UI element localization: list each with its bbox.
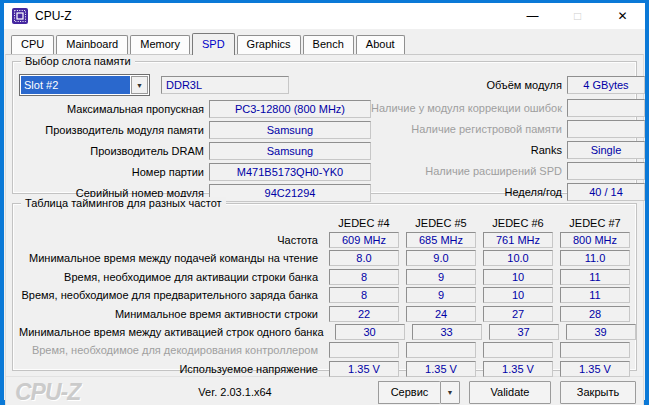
timing-value: 11 xyxy=(560,269,630,285)
minimize-icon[interactable]: — xyxy=(510,3,555,29)
tab-bench[interactable]: Bench xyxy=(303,35,354,54)
spd-tab-page: Выбор слота памяти Slot #2 ▼ DDR3L Макси… xyxy=(5,54,644,405)
timing-row-rc: Минимальное время между активацией строк… xyxy=(19,324,630,340)
field-row: Максимальная пропускная PC3-12800 (800 M… xyxy=(19,100,371,118)
spd-ext-value xyxy=(567,162,645,180)
field-row: Наличие регистровой памяти xyxy=(371,120,645,138)
week-year-value: 40 / 14 xyxy=(567,183,645,201)
timing-value: 800 MHz xyxy=(560,232,630,248)
module-size-value: 4 GBytes xyxy=(567,76,645,94)
close-button[interactable]: Закрыть xyxy=(560,381,636,404)
field-label: Ranks xyxy=(371,144,567,156)
timing-row-rp: Время, необходимое для предварительного … xyxy=(19,287,630,303)
field-row: Производитель DRAM Samsung xyxy=(19,142,371,160)
timing-row-cas: Минимальное время между подачей команды … xyxy=(19,250,630,266)
tab-memory[interactable]: Memory xyxy=(130,35,190,54)
field-row: Наличие расширений SPD xyxy=(371,162,645,180)
cpuz-app-icon xyxy=(12,8,28,24)
field-row: Объём модуля 4 GBytes xyxy=(371,74,645,96)
service-dropdown-arrow-icon[interactable]: ▼ xyxy=(440,381,460,404)
timing-value: 22 xyxy=(329,306,399,322)
field-label: Номер партии xyxy=(19,166,209,178)
field-label: Производитель модуля памяти xyxy=(19,124,209,136)
timing-value xyxy=(560,342,630,358)
timing-label: Время, необходимое для предварительного … xyxy=(19,289,322,301)
timing-value: 1.35 V xyxy=(560,361,630,377)
field-label: Неделя/год xyxy=(371,186,567,198)
timing-value: 8 xyxy=(329,287,399,303)
timing-row-voltage: Используемое напряжение 1.35 V 1.35 V 1.… xyxy=(19,361,630,377)
timing-value: 609 MHz xyxy=(329,232,399,248)
field-label: Производитель DRAM xyxy=(19,145,209,157)
timing-row-cr: Время, необходимое для декодирования кон… xyxy=(19,342,630,358)
timing-value: 1.35 V xyxy=(406,361,476,377)
ecc-value xyxy=(567,99,645,117)
timing-value: 33 xyxy=(412,324,482,340)
maximize-icon: □ xyxy=(555,3,600,29)
chevron-down-icon[interactable]: ▼ xyxy=(131,76,148,94)
timing-value: 27 xyxy=(483,306,553,322)
tab-mainboard[interactable]: Mainboard xyxy=(56,35,128,54)
timing-value: 28 xyxy=(560,306,630,322)
timing-label: Минимальное время активности строки xyxy=(19,308,322,320)
timing-label: Используемое напряжение xyxy=(19,363,322,375)
memory-slot-groupbox: Выбор слота памяти Slot #2 ▼ DDR3L Макси… xyxy=(12,61,637,194)
timing-value: 1.35 V xyxy=(329,361,399,377)
field-row: Неделя/год 40 / 14 xyxy=(371,183,645,201)
timing-value xyxy=(483,342,553,358)
field-label: Наличие расширений SPD xyxy=(371,165,567,177)
jedec-column-header: JEDEC #5 xyxy=(406,217,476,229)
close-icon[interactable]: ✕ xyxy=(600,3,645,29)
timing-row-frequency: Частота 609 MHz 685 MHz 761 MHz 800 MHz xyxy=(19,232,630,248)
timing-label: Частота xyxy=(19,234,322,246)
cpuz-window: CPU-Z — □ ✕ CPU Mainboard Memory SPD Gra… xyxy=(4,3,645,400)
timing-label: Время, необходимое для декодирования кон… xyxy=(19,344,322,356)
cpuz-logo: CPU-Z xyxy=(15,379,80,405)
tab-cpu[interactable]: CPU xyxy=(11,35,54,54)
tab-about[interactable]: About xyxy=(356,35,405,54)
serial-number-value: 94C21294 xyxy=(209,184,371,202)
timings-header-row: JEDEC #4 JEDEC #5 JEDEC #6 JEDEC #7 xyxy=(19,216,630,230)
field-label: Максимальная пропускная xyxy=(19,103,209,115)
module-type-value: DDR3L xyxy=(161,76,289,94)
version-text: Ver. 2.03.1.x64 xyxy=(198,386,271,398)
max-bandwidth-value: PC3-12800 (800 MHz) xyxy=(209,100,371,118)
timing-label: Время, необходимое для активации строки … xyxy=(19,271,322,283)
timing-row-rcd: Время, необходимое для активации строки … xyxy=(19,269,630,285)
timing-value: 24 xyxy=(406,306,476,322)
timing-value: 8.0 xyxy=(329,250,399,266)
timing-value: 10.0 xyxy=(483,250,553,266)
field-row: Наличие у модуля коррекции ошибок xyxy=(371,99,645,117)
timing-value: 9 xyxy=(406,287,476,303)
timing-value: 39 xyxy=(566,324,636,340)
field-row: Номер партии M471B5173QH0-YK0 xyxy=(19,163,371,181)
tab-bar: CPU Mainboard Memory SPD Graphics Bench … xyxy=(4,29,645,54)
timing-value: 9 xyxy=(406,269,476,285)
timing-value: 8 xyxy=(329,269,399,285)
field-row: Производитель модуля памяти Samsung xyxy=(19,121,371,139)
timing-value: 11 xyxy=(560,287,630,303)
ranks-value: Single xyxy=(567,141,645,159)
timing-value: 685 MHz xyxy=(406,232,476,248)
timing-value: 30 xyxy=(335,324,405,340)
groupbox-title: Таблица таймингов для разных частот xyxy=(21,197,226,209)
validate-button[interactable]: Validate xyxy=(469,381,551,404)
timing-value: 9.0 xyxy=(406,250,476,266)
timing-value: 11.0 xyxy=(560,250,630,266)
slot-select-value: Slot #2 xyxy=(21,76,130,94)
timing-value: 10 xyxy=(483,269,553,285)
groupbox-title: Выбор слота памяти xyxy=(21,55,135,67)
jedec-column-header: JEDEC #4 xyxy=(329,217,399,229)
timings-groupbox: Таблица таймингов для разных частот JEDE… xyxy=(12,203,637,371)
timing-value: 761 MHz xyxy=(483,232,553,248)
timing-value: 37 xyxy=(489,324,559,340)
timing-row-ras: Минимальное время активности строки 22 2… xyxy=(19,306,630,322)
service-button[interactable]: Сервис xyxy=(378,381,440,404)
timing-value xyxy=(406,342,476,358)
tab-graphics[interactable]: Graphics xyxy=(237,35,301,54)
timing-label: Минимальное время между активацией строк… xyxy=(19,326,328,338)
slot-select-dropdown[interactable]: Slot #2 ▼ xyxy=(19,74,150,96)
tab-spd[interactable]: SPD xyxy=(192,33,235,55)
part-number-value: M471B5173QH0-YK0 xyxy=(209,163,371,181)
timing-label: Минимальное время между подачей команды … xyxy=(19,252,322,264)
